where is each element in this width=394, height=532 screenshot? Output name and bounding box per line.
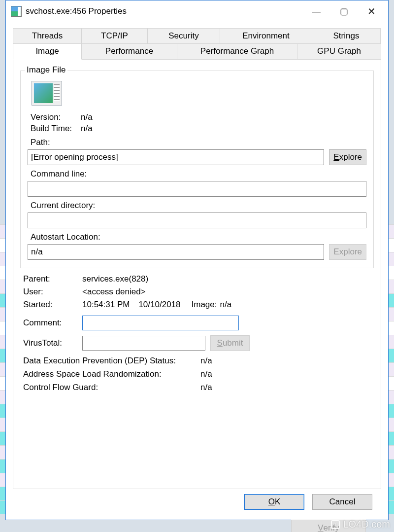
dep-label: Data Execution Prevention (DEP) Status: bbox=[23, 356, 200, 366]
parent-value: services.exe(828) bbox=[82, 274, 148, 284]
comment-input[interactable] bbox=[82, 316, 239, 330]
comment-label: Comment: bbox=[23, 318, 82, 328]
buildtime-value: n/a bbox=[81, 124, 93, 134]
minimize-button[interactable]: — bbox=[302, 2, 330, 21]
tab-security[interactable]: Security bbox=[147, 28, 220, 44]
ok-button[interactable]: OK bbox=[244, 494, 304, 510]
cfg-label: Control Flow Guard: bbox=[23, 383, 200, 392]
aslr-label: Address Space Load Randomization: bbox=[23, 369, 200, 379]
submit-button: Submit bbox=[210, 335, 250, 351]
dep-value: n/a bbox=[200, 356, 212, 366]
tab-tcpip[interactable]: TCP/IP bbox=[81, 28, 148, 44]
started-date: 10/10/2018 bbox=[138, 300, 180, 310]
aslr-value: n/a bbox=[200, 369, 212, 379]
watermark-text: LO4D.com bbox=[343, 519, 390, 530]
titlebar[interactable]: svchost.exe:456 Properties — ▢ ✕ bbox=[6, 0, 388, 22]
tab-strings[interactable]: Strings bbox=[312, 28, 381, 44]
path-input[interactable] bbox=[28, 149, 324, 165]
tab-performance[interactable]: Performance bbox=[81, 43, 177, 60]
virustotal-label: VirusTotal: bbox=[23, 338, 82, 348]
client-area: Threads TCP/IP Security Environment Stri… bbox=[6, 22, 388, 520]
currentdir-input[interactable] bbox=[28, 213, 366, 228]
tab-strip: Threads TCP/IP Security Environment Stri… bbox=[13, 28, 381, 60]
image-value: n/a bbox=[220, 300, 231, 310]
dialog-footer: OK Cancel bbox=[13, 489, 381, 515]
watermark-icon: ↓ bbox=[331, 520, 340, 529]
commandline-label: Command line: bbox=[31, 169, 366, 179]
autostart-label: Autostart Location: bbox=[31, 232, 366, 242]
cfg-value: n/a bbox=[200, 383, 212, 392]
user-label: User: bbox=[23, 287, 82, 297]
autostart-input[interactable] bbox=[28, 244, 324, 260]
currentdir-label: Current directory: bbox=[31, 201, 366, 211]
tab-performance-graph[interactable]: Performance Graph bbox=[177, 43, 297, 60]
file-icon bbox=[32, 81, 62, 106]
cancel-button[interactable]: Cancel bbox=[312, 494, 372, 510]
buildtime-label: Build Time: bbox=[31, 124, 81, 134]
maximize-button[interactable]: ▢ bbox=[330, 2, 358, 21]
commandline-input[interactable] bbox=[28, 181, 366, 197]
close-button[interactable]: ✕ bbox=[358, 2, 385, 21]
version-value: n/a bbox=[81, 112, 93, 122]
groupbox-image-file: Image File Version: n/a Build Time: n/a … bbox=[20, 71, 374, 268]
watermark: ↓ LO4D.com bbox=[331, 519, 390, 530]
explore-autostart-button: Explore bbox=[329, 244, 366, 260]
explore-path-button[interactable]: Explore bbox=[329, 149, 366, 165]
window-title: svchost.exe:456 Properties bbox=[26, 6, 302, 16]
tab-environment[interactable]: Environment bbox=[220, 28, 312, 44]
started-time: 10:54:31 PM bbox=[82, 300, 130, 310]
tab-image[interactable]: Image bbox=[13, 43, 82, 60]
parent-label: Parent: bbox=[23, 274, 82, 284]
path-label: Path: bbox=[31, 138, 366, 147]
tab-gpu-graph[interactable]: GPU Graph bbox=[297, 43, 381, 60]
started-label: Started: bbox=[23, 300, 82, 310]
tab-content-image: Image File Version: n/a Build Time: n/a … bbox=[13, 59, 381, 489]
groupbox-legend: Image File bbox=[25, 65, 67, 75]
properties-window: svchost.exe:456 Properties — ▢ ✕ Threads… bbox=[5, 0, 389, 520]
user-value: <access denied> bbox=[82, 287, 146, 297]
app-icon bbox=[11, 6, 22, 17]
virustotal-input[interactable] bbox=[82, 336, 205, 351]
image-label: Image: bbox=[192, 300, 217, 310]
tab-threads[interactable]: Threads bbox=[13, 28, 82, 44]
version-label: Version: bbox=[31, 112, 81, 122]
